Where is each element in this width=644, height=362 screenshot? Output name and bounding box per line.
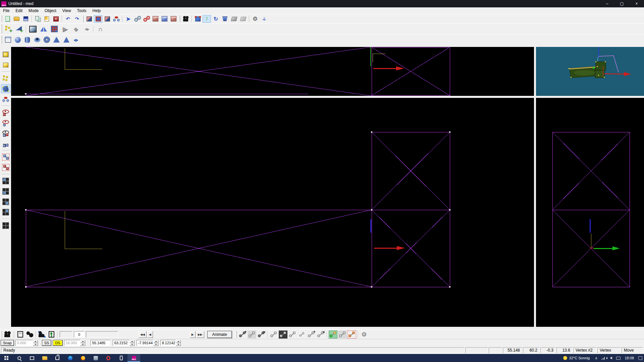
animate-button[interactable]: Animate xyxy=(207,331,232,338)
select-bones-icon[interactable] xyxy=(1,95,10,104)
film-camera-icon[interactable] xyxy=(3,330,12,339)
edge-browser-icon[interactable] xyxy=(64,354,76,362)
settings-gear-icon[interactable]: ⚙ xyxy=(251,15,259,23)
hide-all-icon[interactable] xyxy=(1,139,10,148)
bone-add-icon[interactable] xyxy=(307,330,316,339)
minimize-button[interactable]: – xyxy=(600,0,614,7)
joint-add-icon[interactable] xyxy=(238,330,247,339)
film-walk-icon[interactable] xyxy=(47,330,56,339)
keyboard-icon[interactable] xyxy=(614,354,622,362)
toolbar-grip[interactable] xyxy=(179,15,180,22)
layout-four-views-icon[interactable] xyxy=(1,221,10,230)
bone-dark-icon[interactable] xyxy=(279,330,287,339)
frame-total-field[interactable] xyxy=(60,331,72,338)
toolbar-grip[interactable] xyxy=(1,15,2,22)
extrude-tool-icon[interactable] xyxy=(221,15,229,23)
bone-chain-icon[interactable] xyxy=(269,330,278,339)
select-red-mode-icon[interactable] xyxy=(85,15,93,23)
plane-primitive-icon[interactable]: ◆ xyxy=(71,36,80,44)
tray-chevron-icon[interactable]: ∧ xyxy=(592,354,600,362)
snap-spinner[interactable] xyxy=(33,340,38,346)
menu-file[interactable]: File xyxy=(0,8,12,14)
w-spinner[interactable] xyxy=(176,340,181,346)
menu-view[interactable]: View xyxy=(59,8,74,14)
snap-magnet-icon[interactable]: ∩ xyxy=(95,24,105,34)
viewport-main[interactable] xyxy=(11,98,534,327)
next-frame-button[interactable]: ▶ xyxy=(190,331,196,338)
phone-icon[interactable] xyxy=(115,354,127,362)
ds-button[interactable]: DS xyxy=(53,340,62,346)
cylinder-primitive-icon[interactable] xyxy=(23,36,32,44)
ss-button[interactable]: SS xyxy=(42,340,52,346)
joint-boxes-icon[interactable] xyxy=(248,330,256,339)
box-red-icon[interactable] xyxy=(151,15,160,23)
viewport-perspective[interactable] xyxy=(536,47,644,96)
pan-tool-icon[interactable] xyxy=(260,15,268,23)
mirror-icon[interactable] xyxy=(39,24,49,34)
snap-button[interactable]: Snap xyxy=(1,340,14,346)
joint-select-icon[interactable] xyxy=(112,15,120,23)
maximize-button[interactable]: ▢ xyxy=(614,0,629,7)
snap-value-field[interactable]: 0.000 xyxy=(15,340,33,346)
start-button[interactable] xyxy=(0,354,13,362)
show-mixed-icon[interactable] xyxy=(1,129,10,138)
camera-icon[interactable] xyxy=(181,15,190,23)
bone-remove-icon[interactable] xyxy=(316,330,325,339)
pyramid-primitive-icon[interactable] xyxy=(52,36,61,44)
task-view-icon[interactable] xyxy=(25,354,38,362)
notification-center-icon[interactable] xyxy=(637,354,644,362)
first-frame-button[interactable]: ◀◀ xyxy=(139,331,147,338)
viewport-top[interactable] xyxy=(11,47,534,96)
select-box-red-icon[interactable] xyxy=(1,163,10,172)
w-coordinate-field[interactable]: 8.12142 xyxy=(160,340,176,346)
select-vertices-icon[interactable] xyxy=(1,74,10,83)
clock[interactable]: 18:08 xyxy=(622,356,637,360)
add-face-icon[interactable] xyxy=(14,24,24,34)
delete-icon[interactable]: × xyxy=(52,15,60,23)
select-faces-icon[interactable] xyxy=(1,84,10,93)
film-frames-icon[interactable] xyxy=(16,330,24,339)
joint-delete-icon[interactable] xyxy=(257,330,266,339)
toolbar-grip[interactable] xyxy=(1,24,2,33)
bone-link-icon[interactable] xyxy=(288,330,297,339)
skin-gear-icon[interactable]: ⚙ xyxy=(360,330,369,339)
copy-icon[interactable] xyxy=(34,15,42,23)
move-tool-icon[interactable]: ↑ xyxy=(203,15,211,23)
add-vertex-icon[interactable] xyxy=(3,24,13,34)
vertices-gray-icon[interactable] xyxy=(133,15,142,23)
box-blue-icon[interactable] xyxy=(160,15,169,23)
subdivide-icon[interactable] xyxy=(49,24,59,34)
select-red-mode-2-icon[interactable] xyxy=(103,15,111,23)
undo-icon[interactable]: ↶ xyxy=(64,15,72,23)
select-blue-mode-icon[interactable] xyxy=(94,15,102,23)
bone-selected-green-icon[interactable] xyxy=(329,330,337,339)
redo-icon[interactable]: ↷ xyxy=(73,15,81,23)
menu-object[interactable]: Object xyxy=(42,8,59,14)
firefox-icon[interactable] xyxy=(76,354,89,362)
weather-widget[interactable]: 32°C Sonnig xyxy=(560,354,593,362)
prev-frame-button[interactable]: ◀ xyxy=(147,331,153,338)
rotate-tool-icon[interactable]: ↻ xyxy=(212,15,220,23)
store-icon[interactable] xyxy=(51,354,64,362)
z-spinner[interactable] xyxy=(153,340,158,346)
speaker-icon[interactable] xyxy=(607,354,614,362)
toolbar-grip[interactable] xyxy=(1,331,2,338)
new-file-icon[interactable] xyxy=(3,15,12,23)
sphere-primitive-icon[interactable] xyxy=(13,36,22,44)
menu-mode[interactable]: Mode xyxy=(25,8,42,14)
layout-bottom-left-icon[interactable] xyxy=(1,187,10,196)
mode-3d-icon[interactable] xyxy=(1,60,10,69)
keyframe-list-field[interactable] xyxy=(86,331,118,338)
toolbar-grip[interactable] xyxy=(1,36,2,44)
bone-select-box-icon[interactable] xyxy=(347,330,356,339)
show-blue-spheres-icon[interactable] xyxy=(1,118,10,127)
layout-top-left-icon[interactable] xyxy=(1,176,10,185)
layout-top-right-icon[interactable] xyxy=(1,207,10,217)
mode-2d-icon[interactable] xyxy=(1,50,10,59)
half-torus-primitive-icon[interactable] xyxy=(33,36,42,44)
show-red-boxes-icon[interactable] xyxy=(1,108,10,117)
torus-primitive-icon[interactable] xyxy=(42,36,51,44)
current-frame-field[interactable]: 0 xyxy=(74,331,85,338)
paste-icon[interactable] xyxy=(43,15,51,23)
grid-size-field[interactable]: 16.000 xyxy=(64,340,80,346)
